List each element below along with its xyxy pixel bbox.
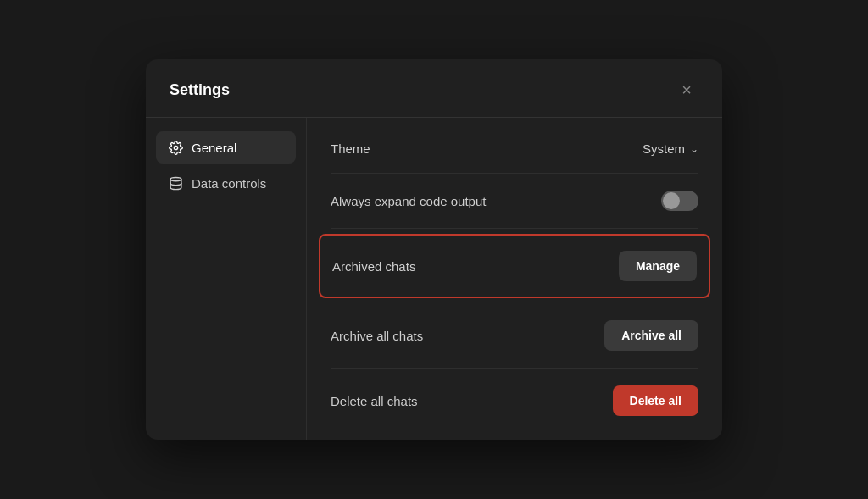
svg-point-0	[174, 146, 177, 149]
settings-modal: Settings × General	[146, 59, 722, 440]
archive-all-row: Archive all chats Archive all	[331, 303, 698, 369]
theme-value: System	[643, 141, 685, 156]
modal-body: General Data controls Theme System	[146, 118, 722, 440]
svg-point-1	[170, 177, 181, 180]
sidebar-item-general-label: General	[192, 141, 236, 155]
sidebar: General Data controls	[146, 118, 307, 440]
toggle-knob	[663, 192, 680, 209]
theme-dropdown[interactable]: System ⌄	[643, 141, 698, 156]
archive-all-button[interactable]: Archive all	[604, 320, 698, 351]
close-button[interactable]: ×	[675, 78, 698, 102]
database-icon	[168, 175, 183, 191]
archived-chats-row: Archived chats Manage	[319, 234, 710, 298]
delete-all-label: Delete all chats	[331, 394, 418, 408]
sidebar-item-data-controls-label: Data controls	[192, 176, 266, 191]
theme-row: Theme System ⌄	[331, 125, 698, 174]
chevron-down-icon: ⌄	[690, 143, 698, 155]
sidebar-item-data-controls[interactable]: Data controls	[156, 167, 296, 199]
theme-label: Theme	[331, 141, 370, 156]
manage-button[interactable]: Manage	[619, 251, 697, 281]
expand-code-row: Always expand code output	[331, 174, 698, 229]
gear-icon	[168, 140, 183, 155]
delete-all-row: Delete all chats Delete all	[331, 369, 698, 433]
delete-all-button[interactable]: Delete all	[613, 385, 698, 416]
sidebar-item-general[interactable]: General	[156, 131, 296, 164]
archived-chats-label: Archived chats	[332, 259, 415, 274]
settings-content: Theme System ⌄ Always expand code output…	[307, 118, 722, 440]
modal-header: Settings ×	[146, 59, 722, 118]
archive-all-label: Archive all chats	[331, 329, 423, 343]
modal-title: Settings	[170, 81, 230, 99]
expand-code-toggle[interactable]	[661, 191, 698, 211]
expand-code-label: Always expand code output	[331, 194, 486, 208]
